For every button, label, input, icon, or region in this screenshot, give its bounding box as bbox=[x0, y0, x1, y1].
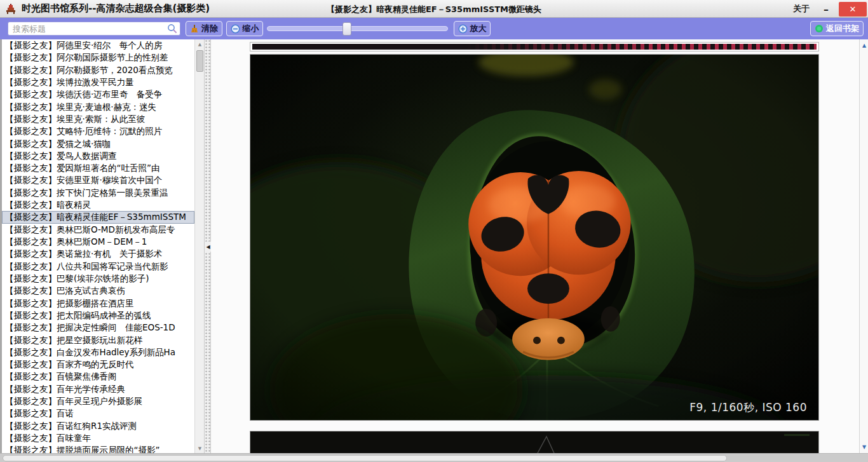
search-box bbox=[8, 22, 180, 36]
list-item[interactable]: 【摄影之友】百诺 bbox=[2, 407, 194, 419]
list-item[interactable]: 【摄影之友】安德里亚斯·穆埃首次中国个 bbox=[2, 174, 194, 186]
page-viewer[interactable]: F9, 1/160秒, ISO 160 bbox=[211, 39, 859, 453]
photo-exif-caption: F9, 1/160秒, ISO 160 bbox=[689, 400, 807, 415]
list-item[interactable]: 【摄影之友】百年灵呈现户外摄影展 bbox=[2, 395, 194, 407]
list-item[interactable]: 【摄影之友】摆脱墙面展示局限的“摄影” bbox=[2, 444, 194, 453]
list-item[interactable]: 【摄影之友】暗夜精灵佳能EF－S35mmISSTM bbox=[2, 211, 194, 223]
app-icon bbox=[5, 3, 17, 15]
zoom-out-label: 缩小 bbox=[243, 23, 259, 34]
back-to-shelf-label: 返回书架 bbox=[826, 23, 859, 34]
list-item[interactable]: 【摄影之友】巴黎(埃菲尔铁塔的影子) bbox=[2, 273, 194, 285]
list-item[interactable]: 【摄影之友】把握决定性瞬间 佳能EOS-1D bbox=[2, 322, 194, 334]
list-item[interactable]: 【摄影之友】埃博拉激发平民力量 bbox=[2, 76, 194, 88]
previous-page-strip bbox=[252, 44, 817, 50]
ladybug-photo bbox=[250, 55, 818, 420]
clear-button[interactable]: 清除 bbox=[186, 21, 222, 36]
list-item[interactable]: 【摄影之友】埃德沃德·迈布里奇 备受争 bbox=[2, 88, 194, 100]
title-bar: 时光图书馆系列--高清杂志超级合集(摄影类) 【摄影之友】暗夜精灵佳能EF－S3… bbox=[0, 0, 868, 18]
list-item[interactable]: 【摄影之友】把太阳编码成神圣的弧线 bbox=[2, 309, 194, 322]
search-icon[interactable] bbox=[167, 24, 177, 34]
list-item[interactable]: 【摄影之友】奥林巴斯O-MD新机发布高层专 bbox=[2, 224, 194, 236]
list-item[interactable]: 【摄影之友】艾略特·厄维特：沉默的照片 bbox=[2, 125, 194, 137]
search-input[interactable] bbox=[8, 22, 180, 36]
list-item[interactable]: 【摄影之友】按下快门定格第一眼美景重温 bbox=[2, 187, 194, 199]
window-title: 时光图书馆系列--高清杂志超级合集(摄影类) bbox=[22, 3, 210, 15]
next-page-sketch bbox=[250, 431, 820, 453]
list-item[interactable]: 【摄影之友】把星空摄影玩出新花样 bbox=[2, 334, 194, 346]
list-item[interactable]: 【摄影之友】奥诺黛拉·有机 关于摄影术 bbox=[2, 248, 194, 260]
list-item[interactable]: 【摄影之友】八位共和国将军记录当代新影 bbox=[2, 261, 194, 273]
list-item[interactable]: 【摄影之友】阿德里安·绍尔 每个人的房 bbox=[2, 39, 194, 51]
green-dot-icon bbox=[815, 24, 824, 33]
zoom-in-button[interactable]: 放大 bbox=[454, 21, 491, 36]
broom-icon bbox=[190, 24, 199, 33]
toolbar: 清除 缩小 放大 返回书架 bbox=[0, 18, 868, 39]
about-button[interactable]: 关于 bbox=[793, 3, 810, 15]
list-item[interactable]: 【摄影之友】埃里克·索斯：从此至彼 bbox=[2, 113, 194, 125]
plus-circle-icon bbox=[458, 24, 468, 34]
list-item[interactable]: 【摄影之友】暗夜精灵 bbox=[2, 199, 194, 211]
panel-splitter[interactable]: ◀ bbox=[204, 39, 211, 453]
list-item[interactable]: 【摄影之友】爱猫之城·猫咖 bbox=[2, 138, 194, 150]
minimize-button[interactable]: – bbox=[824, 3, 829, 15]
list-scrollbar[interactable]: ▲ ▼ bbox=[194, 39, 204, 453]
zoom-slider-thumb[interactable] bbox=[342, 22, 351, 36]
scroll-down-icon[interactable]: ▼ bbox=[195, 444, 205, 453]
zoom-out-button[interactable]: 缩小 bbox=[226, 21, 263, 36]
zoom-in-label: 放大 bbox=[470, 23, 487, 34]
list-item[interactable]: 【摄影之友】百诺红狗R1实战评测 bbox=[2, 420, 194, 432]
list-item[interactable]: 【摄影之友】百镜聚焦佛香阁 bbox=[2, 370, 194, 383]
list-item[interactable]: 【摄影之友】阿尔勒摄影节，2020看点预览 bbox=[2, 64, 194, 76]
scroll-down-icon[interactable]: ▼ bbox=[860, 442, 868, 452]
list-item[interactable]: 【摄影之友】埃里克·麦迪根·赫克：迷失 bbox=[2, 101, 194, 113]
list-item[interactable]: 【摄影之友】奥林巴斯OM－DEM－1 bbox=[2, 236, 194, 248]
close-button[interactable]: ✕ bbox=[839, 2, 867, 17]
next-page-edge bbox=[250, 431, 819, 453]
list-item[interactable]: 【摄影之友】百味童年 bbox=[2, 432, 194, 444]
list-item[interactable]: 【摄影之友】爱因斯坦著名的“吐舌照”由 bbox=[2, 162, 194, 174]
scroll-up-icon[interactable]: ▲ bbox=[195, 39, 205, 49]
list-item[interactable]: 【摄影之友】爱鸟人数据调查 bbox=[2, 150, 194, 162]
list-item[interactable]: 【摄影之友】巴洛克试古典哀伤 bbox=[2, 285, 194, 297]
document-title: 【摄影之友】暗夜精灵佳能EF－S35mmISSTM微距镜头 bbox=[327, 4, 541, 15]
clear-button-label: 清除 bbox=[201, 23, 218, 34]
scroll-up-icon[interactable]: ▲ bbox=[860, 41, 868, 50]
magazine-photo-page: F9, 1/160秒, ISO 160 bbox=[250, 54, 819, 421]
back-to-shelf-button[interactable]: 返回书架 bbox=[810, 21, 864, 36]
list-item[interactable]: 【摄影之友】百年光学传承经典 bbox=[2, 383, 194, 395]
zoom-slider[interactable] bbox=[267, 26, 448, 31]
list-scrollbar-thumb[interactable] bbox=[196, 50, 203, 72]
previous-page-edge bbox=[250, 42, 819, 51]
minus-circle-icon bbox=[231, 24, 240, 34]
list-item[interactable]: 【摄影之友】阿尔勒国际摄影节上的性别差 bbox=[2, 51, 194, 64]
close-icon: ✕ bbox=[850, 4, 857, 14]
viewer-scrollbar[interactable]: ▲ ▼ bbox=[859, 39, 868, 453]
list-item[interactable]: 【摄影之友】百家齐鸣的无反时代 bbox=[2, 358, 194, 370]
magazine-list: 【摄影之友】阿德里安·绍尔 每个人的房【摄影之友】阿尔勒国际摄影节上的性别差【摄… bbox=[2, 39, 194, 453]
list-item[interactable]: 【摄影之友】白金汉发布Hadley系列新品Ha bbox=[2, 346, 194, 358]
horizontal-scrollbar-thumb[interactable] bbox=[3, 455, 727, 461]
list-item[interactable]: 【摄影之友】把摄影棚搭在酒店里 bbox=[2, 297, 194, 309]
horizontal-scrollbar[interactable] bbox=[0, 453, 868, 462]
